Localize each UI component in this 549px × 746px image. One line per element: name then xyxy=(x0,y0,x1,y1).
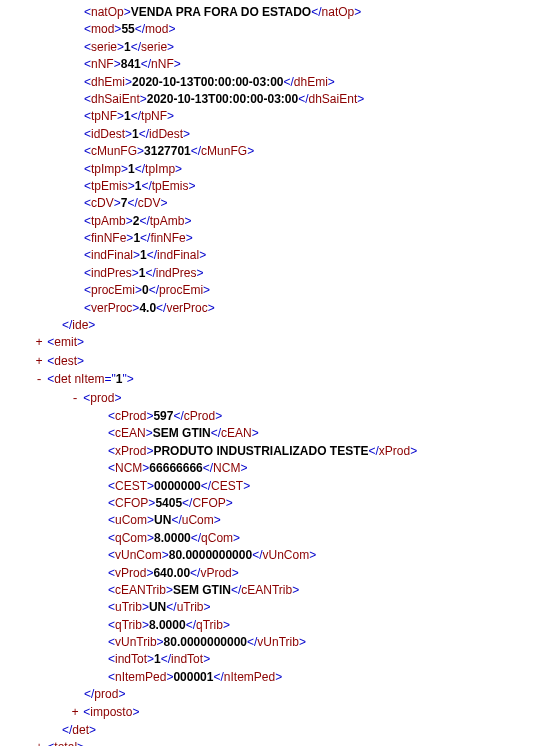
xml-node-natOp: <natOp>VENDA PRA FORA DO ESTADO</natOp> xyxy=(4,4,545,21)
xml-node-xProd: <xProd>PRODUTO INDUSTRIALIZADO TESTE</xP… xyxy=(4,443,545,460)
xml-node-NCM: <NCM>66666666</NCM> xyxy=(4,460,545,477)
xml-node-dhEmi: <dhEmi>2020-10-13T00:00:00-03:00</dhEmi> xyxy=(4,74,545,91)
expand-icon[interactable]: + xyxy=(34,354,44,371)
xml-node-cEAN: <cEAN>SEM GTIN</cEAN> xyxy=(4,425,545,442)
xml-node-vUnCom: <vUnCom>80.0000000000</vUnCom> xyxy=(4,547,545,564)
xml-node-cDV: <cDV>7</cDV> xyxy=(4,195,545,212)
xml-node-tpAmb: <tpAmb>2</tpAmb> xyxy=(4,213,545,230)
xml-node-indTot: <indTot>1</indTot> xyxy=(4,651,545,668)
xml-node-uCom: <uCom>UN</uCom> xyxy=(4,512,545,529)
xml-node-indPres: <indPres>1</indPres> xyxy=(4,265,545,282)
expand-icon[interactable]: + xyxy=(34,740,44,746)
xml-node-nItemPed: <nItemPed>000001</nItemPed> xyxy=(4,669,545,686)
collapse-icon[interactable]: - xyxy=(34,372,44,389)
xml-node-indFinal: <indFinal>1</indFinal> xyxy=(4,247,545,264)
xml-node-imposto[interactable]: + <imposto> xyxy=(4,704,545,722)
expand-icon[interactable]: + xyxy=(34,335,44,352)
xml-node-cProd: <cProd>597</cProd> xyxy=(4,408,545,425)
xml-node-cMunFG: <cMunFG>3127701</cMunFG> xyxy=(4,143,545,160)
xml-node-qCom: <qCom>8.0000</qCom> xyxy=(4,530,545,547)
xml-close-det: </det> xyxy=(4,722,545,739)
xml-node-vProd: <vProd>640.00</vProd> xyxy=(4,565,545,582)
xml-node-cEANTrib: <cEANTrib>SEM GTIN</cEANTrib> xyxy=(4,582,545,599)
xml-node-idDest: <idDest>1</idDest> xyxy=(4,126,545,143)
xml-node-prod[interactable]: - <prod> xyxy=(4,390,545,408)
xml-node-finNFe: <finNFe>1</finNFe> xyxy=(4,230,545,247)
xml-node-serie: <serie>1</serie> xyxy=(4,39,545,56)
xml-node-nNF: <nNF>841</nNF> xyxy=(4,56,545,73)
xml-node-CFOP: <CFOP>5405</CFOP> xyxy=(4,495,545,512)
collapse-icon[interactable]: - xyxy=(70,391,80,408)
xml-node-uTrib: <uTrib>UN</uTrib> xyxy=(4,599,545,616)
xml-node-CEST: <CEST>0000000</CEST> xyxy=(4,478,545,495)
xml-node-tpNF: <tpNF>1</tpNF> xyxy=(4,108,545,125)
xml-node-verProc: <verProc>4.0</verProc> xyxy=(4,300,545,317)
xml-node-tpImp: <tpImp>1</tpImp> xyxy=(4,161,545,178)
xml-node-qTrib: <qTrib>8.0000</qTrib> xyxy=(4,617,545,634)
xml-node-vUnTrib: <vUnTrib>80.0000000000</vUnTrib> xyxy=(4,634,545,651)
xml-node-dest[interactable]: + <dest> xyxy=(4,353,545,371)
xml-node-total[interactable]: + <total> xyxy=(4,739,545,746)
xml-close-ide: </ide> xyxy=(4,317,545,334)
xml-node-emit[interactable]: + <emit> xyxy=(4,334,545,352)
xml-node-procEmi: <procEmi>0</procEmi> xyxy=(4,282,545,299)
xml-node-tpEmis: <tpEmis>1</tpEmis> xyxy=(4,178,545,195)
xml-node-dhSaiEnt: <dhSaiEnt>2020-10-13T00:00:00-03:00</dhS… xyxy=(4,91,545,108)
xml-close-prod: </prod> xyxy=(4,686,545,703)
xml-node-mod: <mod>55</mod> xyxy=(4,21,545,38)
xml-node-det[interactable]: - <det nItem="1"> xyxy=(4,371,545,389)
expand-icon[interactable]: + xyxy=(70,705,80,722)
